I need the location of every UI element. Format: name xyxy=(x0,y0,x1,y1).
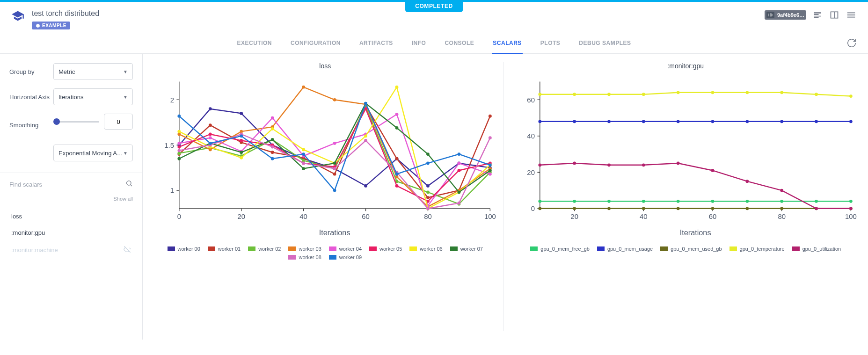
metric-item[interactable]: :monitor:machine xyxy=(9,241,133,259)
svg-point-185 xyxy=(711,207,714,210)
svg-text:0: 0 xyxy=(531,205,534,212)
chart-panel: :monitor:gpu020406020406080100Iterations… xyxy=(508,62,864,331)
svg-point-64 xyxy=(240,130,243,133)
svg-point-45 xyxy=(333,173,336,176)
svg-point-170 xyxy=(538,120,541,123)
svg-point-172 xyxy=(607,120,611,123)
show-all-link[interactable]: Show all xyxy=(9,196,133,202)
legend-item[interactable]: worker 05 xyxy=(369,246,402,252)
svg-point-98 xyxy=(271,127,274,130)
svg-point-93 xyxy=(458,169,461,172)
tab-plots[interactable]: PLOTS xyxy=(540,33,562,53)
tab-configuration[interactable]: CONFIGURATION xyxy=(290,33,342,53)
svg-text:100: 100 xyxy=(484,213,496,220)
chart-legend: gpu_0_mem_free_gbgpu_0_mem_usagegpu_0_me… xyxy=(516,242,855,252)
svg-text:60: 60 xyxy=(362,213,370,220)
svg-point-55 xyxy=(302,159,305,162)
svg-point-108 xyxy=(240,151,243,154)
svg-point-204 xyxy=(676,162,679,165)
tab-console[interactable]: CONSOLE xyxy=(444,33,475,53)
svg-point-113 xyxy=(395,126,399,130)
svg-point-171 xyxy=(573,120,576,123)
eye-off-icon[interactable] xyxy=(124,246,131,254)
svg-point-123 xyxy=(364,139,367,142)
svg-point-83 xyxy=(489,173,492,176)
tab-execution[interactable]: EXECUTION xyxy=(236,33,273,53)
smoothing-type-select[interactable]: Exponential Moving Ave…▼ xyxy=(53,145,133,161)
legend-item[interactable]: worker 03 xyxy=(288,246,321,252)
svg-text:80: 80 xyxy=(778,213,786,220)
menu-icon[interactable] xyxy=(846,9,857,21)
legend-item[interactable]: worker 06 xyxy=(409,246,442,252)
search-icon[interactable] xyxy=(125,180,133,189)
legend-item[interactable]: gpu_0_utilization xyxy=(792,246,841,252)
group-by-select[interactable]: Metric▼ xyxy=(53,63,133,80)
refresh-icon[interactable] xyxy=(846,38,857,50)
tabs: EXECUTIONCONFIGURATIONARTIFACTSINFOCONSO… xyxy=(0,33,868,54)
tab-scalars[interactable]: SCALARS xyxy=(492,33,523,54)
svg-point-95 xyxy=(177,130,181,133)
svg-point-76 xyxy=(271,116,274,120)
svg-point-91 xyxy=(395,184,399,188)
svg-point-136 xyxy=(426,162,430,165)
svg-point-51 xyxy=(177,152,181,155)
svg-point-175 xyxy=(711,120,714,123)
svg-point-121 xyxy=(302,162,305,165)
tab-artifacts[interactable]: ARTIFACTS xyxy=(358,33,394,53)
svg-text:1.5: 1.5 xyxy=(164,142,174,149)
page-title: test torch distributed xyxy=(32,9,99,18)
svg-point-174 xyxy=(676,120,679,123)
legend-item[interactable]: worker 09 xyxy=(329,254,362,260)
svg-point-205 xyxy=(711,169,714,172)
svg-point-131 xyxy=(271,157,274,160)
legend-item[interactable]: worker 01 xyxy=(208,246,241,252)
svg-point-195 xyxy=(711,91,714,94)
legend-item[interactable]: worker 04 xyxy=(329,246,362,252)
legend-item[interactable]: worker 07 xyxy=(450,246,483,252)
search-input[interactable] xyxy=(9,181,125,188)
svg-point-82 xyxy=(458,162,461,165)
svg-text:60: 60 xyxy=(527,96,535,104)
smoothing-slider[interactable] xyxy=(53,121,99,123)
svg-point-197 xyxy=(780,91,783,94)
tab-debug-samples[interactable]: DEBUG SAMPLES xyxy=(578,33,632,53)
chart-plot: 11.52020406080100Iterations xyxy=(147,75,503,240)
svg-point-207 xyxy=(780,189,783,192)
horizontal-axis-select[interactable]: Iterations▼ xyxy=(53,88,133,105)
svg-line-6 xyxy=(131,185,132,186)
legend-item[interactable]: gpu_0_mem_used_gb xyxy=(660,246,722,252)
svg-rect-2 xyxy=(847,13,855,14)
id-badge[interactable]: ID 9af4b9e6… xyxy=(765,10,806,20)
legend-item[interactable]: gpu_0_temperature xyxy=(729,246,785,252)
tab-info[interactable]: INFO xyxy=(411,33,427,53)
legend-item[interactable]: worker 02 xyxy=(248,246,281,252)
svg-point-115 xyxy=(458,191,461,194)
svg-point-209 xyxy=(849,207,852,210)
svg-point-206 xyxy=(745,180,749,183)
legend-item[interactable]: worker 08 xyxy=(288,254,321,260)
smoothing-value[interactable] xyxy=(104,114,133,130)
legend-item[interactable]: gpu_0_mem_free_gb xyxy=(530,246,590,252)
layout-icon[interactable] xyxy=(829,9,840,21)
svg-point-162 xyxy=(607,200,611,203)
svg-text:40: 40 xyxy=(640,213,648,220)
svg-point-31 xyxy=(240,112,243,115)
metric-item[interactable]: loss xyxy=(9,208,133,225)
svg-point-176 xyxy=(745,120,749,123)
svg-point-196 xyxy=(745,91,749,94)
legend-item[interactable]: gpu_0_mem_usage xyxy=(597,246,653,252)
svg-point-203 xyxy=(642,163,645,167)
svg-point-43 xyxy=(271,151,274,154)
legend-item[interactable]: worker 00 xyxy=(168,246,200,252)
svg-point-109 xyxy=(271,138,274,141)
svg-point-165 xyxy=(711,200,714,203)
svg-text:Iterations: Iterations xyxy=(319,228,350,237)
details-icon[interactable] xyxy=(812,9,823,21)
metric-item[interactable]: :monitor:gpu xyxy=(9,225,133,241)
svg-point-187 xyxy=(780,207,783,210)
svg-point-50 xyxy=(489,115,492,118)
svg-point-130 xyxy=(240,134,243,138)
svg-point-190 xyxy=(538,93,541,96)
svg-point-166 xyxy=(745,200,749,203)
chevron-down-icon: ▼ xyxy=(123,69,128,74)
